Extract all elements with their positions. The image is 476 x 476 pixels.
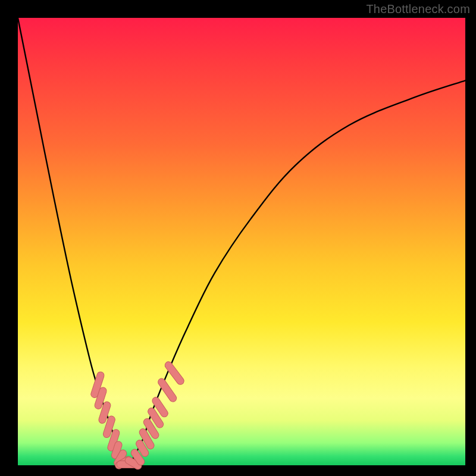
chart-frame: TheBottleneck.com: [0, 0, 476, 476]
marker-layer: [90, 360, 185, 471]
bottleneck-curve: [18, 18, 465, 466]
watermark-text: TheBottleneck.com: [366, 2, 470, 16]
chart-svg: [18, 18, 465, 465]
plot-area: [18, 18, 465, 465]
